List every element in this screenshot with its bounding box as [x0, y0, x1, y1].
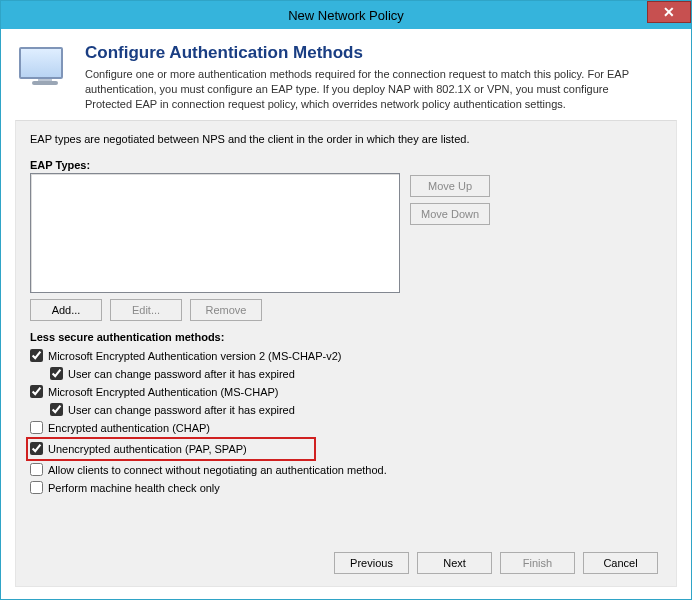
eap-negotiate-text: EAP types are negotiated between NPS and… [30, 133, 662, 145]
checkbox-machine-health-row: Perform machine health check only [30, 479, 662, 497]
checkbox-mschapv2-expired[interactable] [50, 367, 63, 380]
add-button[interactable]: Add... [30, 299, 102, 321]
checkbox-mschap-row: Microsoft Encrypted Authentication (MS-C… [30, 383, 662, 401]
previous-button[interactable]: Previous [334, 552, 409, 574]
checkbox-machine-health[interactable] [30, 481, 43, 494]
checkbox-allow-no-auth-row: Allow clients to connect without negotia… [30, 461, 662, 479]
wizard-footer: Previous Next Finish Cancel [30, 538, 662, 574]
close-button[interactable]: ✕ [647, 1, 691, 23]
settings-panel: EAP types are negotiated between NPS and… [15, 120, 677, 587]
page-title: Configure Authentication Methods [85, 43, 645, 63]
checkbox-pap-row: Unencrypted authentication (PAP, SPAP) [30, 440, 312, 458]
checkbox-mschapv2[interactable] [30, 349, 43, 362]
checkbox-allow-no-auth[interactable] [30, 463, 43, 476]
checkbox-mschap[interactable] [30, 385, 43, 398]
checkbox-allow-no-auth-label: Allow clients to connect without negotia… [48, 464, 387, 476]
finish-button[interactable]: Finish [500, 552, 575, 574]
window-title: New Network Policy [288, 8, 404, 23]
checkbox-chap-label: Encrypted authentication (CHAP) [48, 422, 210, 434]
checkbox-mschapv2-expired-row: User can change password after it has ex… [50, 365, 662, 383]
remove-button[interactable]: Remove [190, 299, 262, 321]
checkbox-machine-health-label: Perform machine health check only [48, 482, 220, 494]
highlight-annotation: Unencrypted authentication (PAP, SPAP) [26, 437, 316, 461]
checkbox-pap-label: Unencrypted authentication (PAP, SPAP) [48, 443, 247, 455]
next-button[interactable]: Next [417, 552, 492, 574]
edit-button[interactable]: Edit... [110, 299, 182, 321]
checkbox-mschap-expired-label: User can change password after it has ex… [68, 404, 295, 416]
content-area: Configure Authentication Methods Configu… [1, 29, 691, 599]
checkbox-mschap-label: Microsoft Encrypted Authentication (MS-C… [48, 386, 278, 398]
checkbox-chap[interactable] [30, 421, 43, 434]
checkbox-mschapv2-row: Microsoft Encrypted Authentication versi… [30, 347, 662, 365]
page-description: Configure one or more authentication met… [85, 67, 645, 112]
eap-types-listbox[interactable] [30, 173, 400, 293]
checkbox-mschapv2-label: Microsoft Encrypted Authentication versi… [48, 350, 341, 362]
page-header: Configure Authentication Methods Configu… [15, 39, 677, 120]
eap-types-label: EAP Types: [30, 159, 662, 171]
checkbox-pap[interactable] [30, 442, 43, 455]
titlebar: New Network Policy ✕ [1, 1, 691, 29]
checkbox-chap-row: Encrypted authentication (CHAP) [30, 419, 662, 437]
checkbox-mschap-expired[interactable] [50, 403, 63, 416]
checkbox-mschap-expired-row: User can change password after it has ex… [50, 401, 662, 419]
cancel-button[interactable]: Cancel [583, 552, 658, 574]
monitor-icon [19, 43, 71, 95]
checkbox-mschapv2-expired-label: User can change password after it has ex… [68, 368, 295, 380]
dialog-window: New Network Policy ✕ Configure Authentic… [0, 0, 692, 600]
move-up-button[interactable]: Move Up [410, 175, 490, 197]
less-secure-label: Less secure authentication methods: [30, 331, 662, 343]
move-down-button[interactable]: Move Down [410, 203, 490, 225]
close-icon: ✕ [663, 4, 675, 20]
